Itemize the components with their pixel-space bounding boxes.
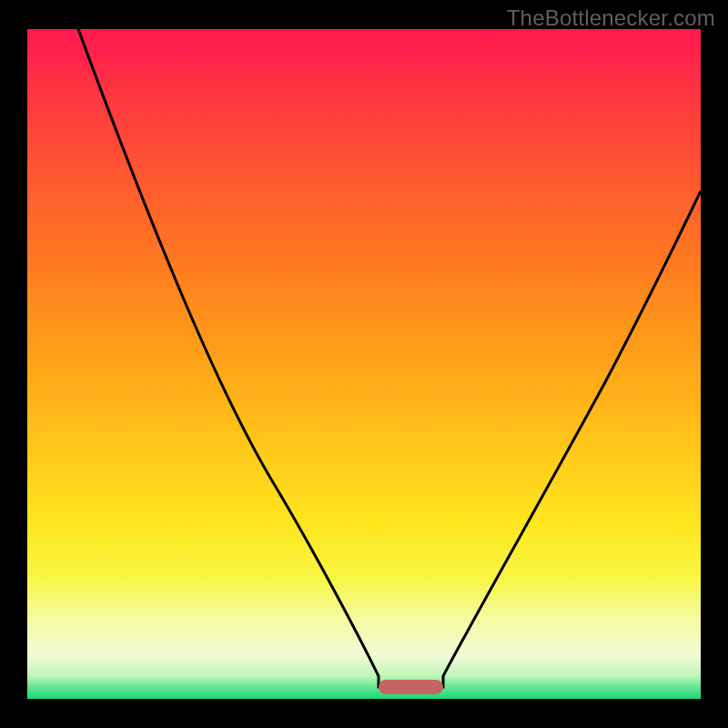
watermark-text: TheBottlenecker.com <box>507 5 715 31</box>
optimal-marker <box>379 680 443 694</box>
chart-frame: TheBottlenecker.com <box>0 0 728 728</box>
chart-svg <box>0 0 728 728</box>
plot-background <box>27 29 701 699</box>
